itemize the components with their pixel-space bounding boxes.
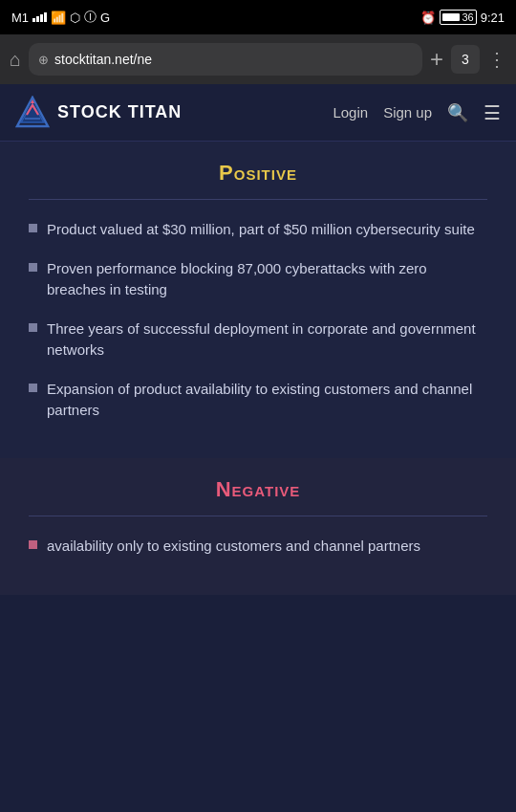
bullet-icon (29, 263, 37, 272)
tab-count: 3 (462, 52, 469, 67)
app-icon-3: G (100, 11, 110, 25)
positive-section: Positive Product valued at $30 million, … (0, 142, 516, 450)
list-item: Proven performance blocking 87,000 cyber… (29, 258, 487, 301)
logo-wrap[interactable]: STOCK TITAN (15, 96, 182, 130)
list-item-text: availability only to existing customers … (47, 536, 420, 558)
carrier-label: M1 (11, 11, 29, 25)
list-item-text: Expansion of product availability to exi… (47, 379, 487, 422)
negative-section: Negative availability only to existing c… (0, 458, 516, 596)
battery-indicator: 36 (440, 10, 476, 25)
list-item-text: Proven performance blocking 87,000 cyber… (47, 258, 487, 301)
bullet-icon (29, 540, 37, 549)
wifi-icon: 📶 (51, 11, 66, 25)
logo-icon (15, 96, 50, 130)
hamburger-menu-button[interactable]: ☰ (484, 101, 501, 124)
list-item: availability only to existing customers … (29, 536, 487, 558)
site-logo-text: STOCK TITAN (57, 102, 182, 122)
list-item: Expansion of product availability to exi… (29, 379, 487, 422)
alarm-icon: ⏰ (420, 11, 436, 25)
list-item: Product valued at $30 million, part of $… (29, 219, 487, 241)
address-bar[interactable]: ⊕ stocktitan.net/ne (29, 43, 422, 76)
negative-divider (29, 516, 487, 516)
negative-section-title: Negative (29, 477, 487, 502)
app-icon-2: Ⓘ (84, 9, 97, 26)
search-button[interactable]: 🔍 (447, 102, 468, 123)
site-security-icon: ⊕ (38, 53, 49, 67)
nav-links: Login Sign up 🔍 ☰ (333, 101, 501, 124)
battery-percent: 36 (462, 11, 473, 23)
new-tab-button[interactable]: + (430, 48, 443, 71)
bullet-icon (29, 224, 37, 232)
positive-divider (29, 199, 487, 200)
browser-menu-button[interactable]: ⋮ (487, 48, 506, 71)
app-icon-1: ⬡ (70, 11, 80, 25)
home-button[interactable]: ⌂ (10, 49, 21, 71)
browser-chrome: ⌂ ⊕ stocktitan.net/ne + 3 ⋮ (0, 34, 516, 84)
bullet-icon (29, 384, 37, 392)
signup-link[interactable]: Sign up (383, 104, 432, 121)
list-item: Three years of successful deployment in … (29, 318, 487, 362)
signal-strength-icon (32, 12, 47, 22)
tab-switcher-button[interactable]: 3 (451, 45, 480, 74)
main-content: Positive Product valued at $30 million, … (0, 142, 516, 595)
list-item-text: Three years of successful deployment in … (47, 318, 487, 362)
time-display: 9:21 (481, 11, 505, 25)
site-header: STOCK TITAN Login Sign up 🔍 ☰ (0, 84, 516, 142)
status-bar: M1 📶 ⬡ Ⓘ G ⏰ 36 9:21 (0, 0, 516, 34)
negative-list: availability only to existing customers … (29, 536, 487, 558)
bullet-icon (29, 323, 37, 332)
positive-section-title: Positive (29, 161, 487, 186)
positive-list: Product valued at $30 million, part of $… (29, 219, 487, 422)
url-text: stocktitan.net/ne (54, 52, 152, 67)
login-link[interactable]: Login (333, 104, 368, 121)
list-item-text: Product valued at $30 million, part of $… (47, 219, 475, 241)
